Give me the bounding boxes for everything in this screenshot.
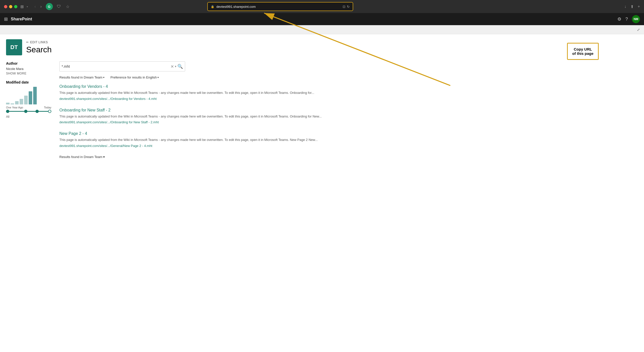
sub-header: ⤢: [0, 25, 644, 34]
translate-icon[interactable]: ⊡: [343, 5, 345, 9]
author-name[interactable]: Nicole Mara: [6, 67, 51, 71]
result-description-2: This page is automatically updated from …: [59, 114, 638, 119]
url-text: devtest991.sharepoint.com: [216, 5, 341, 9]
search-submit-button[interactable]: 🔍: [177, 64, 183, 69]
sub-header-right: ⤢: [637, 27, 640, 32]
site-icon: DT: [6, 39, 22, 55]
traffic-lights: [4, 5, 17, 8]
date-range-labels: One Year Ago Today: [6, 106, 51, 109]
preference-filter-label: Preference for results in English: [110, 75, 157, 79]
forward-button[interactable]: ›: [39, 3, 43, 10]
star-icon[interactable]: ☆: [65, 3, 70, 10]
sidebar: Author Nicole Mara SHOW MORE Modified da…: [6, 59, 51, 352]
results-main: ✕ ▾ 🔍 Results found in Dream Team ▾ Pref…: [59, 59, 638, 352]
sharepoint-header: ⊞ SharePoint ⚙ ? NM: [0, 13, 644, 25]
back-button[interactable]: ‹: [33, 3, 37, 10]
slider-handle-left[interactable]: [6, 110, 9, 113]
pencil-icon: ✏: [26, 41, 29, 44]
result-title-3[interactable]: New Page 2 - 4: [59, 131, 638, 136]
traffic-light-green[interactable]: [14, 5, 17, 8]
address-bar-container: 🔒 devtest991.sharepoint.com ⊡ ↻: [207, 2, 353, 11]
result-item-2: Onboarding for New Staff - 2 This page i…: [59, 108, 638, 125]
download-icon[interactable]: ↓: [624, 4, 626, 9]
help-icon[interactable]: ?: [625, 17, 628, 22]
bar-3: [15, 101, 19, 104]
results-filter-chevron: ▾: [103, 76, 104, 79]
browser-chrome: ⊞ ▾ ‹ › G 🛡 ☆ 🔒 devtest991.sharepoint.co…: [0, 0, 644, 13]
slider-handle-mid1[interactable]: [24, 110, 27, 113]
bar-4: [20, 99, 23, 104]
sidebar-toggle-button[interactable]: ⊞: [20, 4, 24, 9]
search-bar: ✕ ▾ 🔍: [59, 61, 185, 71]
results-filter-label: Results found in Dream Team: [59, 75, 102, 79]
bar-1: [6, 103, 10, 104]
bar-5: [24, 96, 28, 104]
main-content: DT ✏ EDIT LINKS Search Author Nicole Mar…: [0, 34, 644, 352]
search-bar-container: ✕ ▾ 🔍: [59, 61, 638, 71]
filter-row: Results found in Dream Team ▾ Preference…: [59, 75, 638, 79]
author-section: Author Nicole Mara SHOW MORE: [6, 61, 51, 75]
refresh-icon[interactable]: ↻: [347, 5, 350, 9]
traffic-light-yellow[interactable]: [9, 5, 12, 8]
results-filter-button[interactable]: Results found in Dream Team ▾: [59, 75, 104, 79]
result-title-2[interactable]: Onboarding for New Staff - 2: [59, 108, 638, 112]
shield-icon[interactable]: 🛡: [56, 3, 62, 10]
page-title: Search: [26, 45, 52, 54]
edit-links-label[interactable]: EDIT LINKS: [30, 41, 48, 44]
preference-filter-button[interactable]: Preference for results in English ▾: [110, 75, 159, 79]
share-icon[interactable]: ⬆: [630, 4, 634, 9]
search-clear-button[interactable]: ✕: [171, 64, 174, 69]
page-header: DT ✏ EDIT LINKS Search: [0, 34, 644, 59]
bottom-section-label: Results found in Dream Team: [59, 155, 102, 159]
content-layout: Author Nicole Mara SHOW MORE Modified da…: [0, 59, 644, 352]
address-bar[interactable]: 🔒 devtest991.sharepoint.com ⊡ ↻: [207, 2, 353, 11]
bar-7: [33, 87, 37, 104]
app-grid-icon[interactable]: ⊞: [4, 16, 8, 22]
sp-header-right: ⚙ ? NM: [617, 15, 640, 23]
result-description-3: This page is automatically updated from …: [59, 137, 638, 142]
result-description-1: This page is automatically updated from …: [59, 90, 638, 95]
new-tab-icon[interactable]: +: [638, 4, 640, 9]
edit-links-row: ✏ EDIT LINKS: [26, 41, 52, 44]
sharepoint-logo: SharePoint: [11, 17, 32, 21]
result-item-3: New Page 2 - 4 This page is automaticall…: [59, 131, 638, 148]
bottom-section-header: Results found in Dream Team ▾: [59, 155, 638, 159]
date-bar-chart: [6, 87, 51, 104]
search-dropdown-button[interactable]: ▾: [175, 65, 176, 68]
traffic-light-red[interactable]: [4, 5, 7, 8]
date-end-label: Today: [44, 106, 51, 109]
page-title-area: ✏ EDIT LINKS Search: [26, 41, 52, 54]
search-input[interactable]: [62, 64, 170, 68]
bar-2: [11, 103, 14, 104]
date-slider[interactable]: [6, 111, 51, 113]
browser-nav-controls: ‹ ›: [33, 3, 43, 10]
settings-icon[interactable]: ⚙: [617, 16, 621, 22]
sidebar-chevron-icon: ▾: [27, 5, 28, 8]
expand-icon[interactable]: ⤢: [637, 28, 640, 32]
address-bar-right-icons: ⊡ ↻: [343, 5, 350, 9]
modified-date-section: Modified date One Year Ago Today: [6, 80, 51, 119]
result-url-2[interactable]: devtest991.sharepoint.com/sites/.../Onbo…: [59, 120, 159, 124]
lock-icon: 🔒: [211, 5, 214, 8]
grammarly-icon[interactable]: G: [46, 3, 53, 10]
modified-date-label: Modified date: [6, 80, 51, 84]
date-start-label: One Year Ago: [6, 106, 23, 109]
slider-handle-right[interactable]: [48, 110, 51, 113]
bottom-section-chevron: ▾: [103, 155, 105, 159]
bar-6: [29, 91, 32, 105]
author-label: Author: [6, 61, 51, 65]
bottom-section-filter-button[interactable]: Results found in Dream Team ▾: [59, 155, 105, 159]
result-url-3[interactable]: devtest991.sharepoint.com/sites/.../Gene…: [59, 144, 152, 148]
preference-filter-chevron: ▾: [157, 76, 159, 79]
result-url-1[interactable]: devtest991.sharepoint.com/sites/.../Onbo…: [59, 97, 157, 101]
result-title-1[interactable]: Onboarding for Vendors - 4: [59, 84, 638, 89]
result-item-1: Onboarding for Vendors - 4 This page is …: [59, 84, 638, 101]
slider-handle-mid2[interactable]: [35, 110, 39, 113]
browser-right-controls: ↓ ⬆ +: [624, 4, 640, 9]
show-more-button[interactable]: SHOW MORE: [6, 72, 51, 75]
user-avatar[interactable]: NM: [632, 15, 640, 23]
slider-all-label: All: [6, 115, 51, 119]
